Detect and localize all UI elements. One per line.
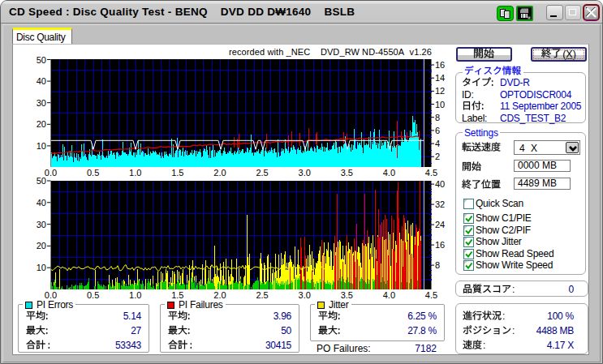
svg-text:0.0: 0.0 [45, 168, 57, 178]
svg-text:30: 30 [37, 220, 46, 229]
svg-text:30: 30 [37, 98, 46, 108]
svg-text:32: 32 [435, 199, 445, 209]
svg-text:12: 12 [435, 86, 445, 96]
svg-text:2.0: 2.0 [213, 168, 226, 178]
svg-text:2.0: 2.0 [213, 290, 226, 300]
svg-text:4.5: 4.5 [425, 290, 437, 300]
svg-text:4: 4 [435, 139, 440, 148]
svg-text:6: 6 [435, 126, 440, 135]
svg-text:2: 2 [435, 152, 440, 161]
svg-text:40: 40 [37, 198, 46, 208]
svg-text:10: 10 [37, 263, 46, 272]
svg-text:40: 40 [435, 179, 445, 189]
svg-text:50: 50 [37, 55, 46, 65]
svg-text:20: 20 [37, 119, 46, 129]
svg-text:0.5: 0.5 [87, 168, 99, 178]
svg-text:16: 16 [435, 240, 445, 250]
svg-text:14: 14 [435, 73, 445, 83]
svg-text:8: 8 [435, 260, 440, 270]
svg-text:1.0: 1.0 [129, 290, 141, 300]
svg-text:3.0: 3.0 [299, 290, 311, 300]
svg-text:10: 10 [435, 100, 445, 109]
svg-text:2.5: 2.5 [256, 168, 268, 178]
svg-text:1.0: 1.0 [129, 168, 141, 178]
svg-text:4.0: 4.0 [383, 290, 395, 300]
svg-text:4.5: 4.5 [425, 168, 437, 178]
svg-text:1.5: 1.5 [171, 290, 183, 300]
svg-text:10: 10 [37, 141, 46, 151]
svg-text:0.0: 0.0 [45, 290, 57, 300]
svg-text:8: 8 [435, 113, 440, 122]
svg-text:40: 40 [37, 76, 46, 86]
svg-text:24: 24 [435, 220, 445, 229]
svg-text:0.5: 0.5 [87, 290, 99, 300]
svg-text:3.0: 3.0 [299, 168, 311, 178]
svg-text:3.5: 3.5 [341, 168, 353, 178]
svg-text:3.5: 3.5 [341, 290, 353, 300]
svg-text:2.5: 2.5 [256, 290, 268, 300]
svg-text:16: 16 [435, 60, 445, 70]
svg-text:1.5: 1.5 [171, 168, 183, 178]
svg-text:4.0: 4.0 [383, 168, 395, 178]
svg-text:20: 20 [37, 241, 46, 251]
